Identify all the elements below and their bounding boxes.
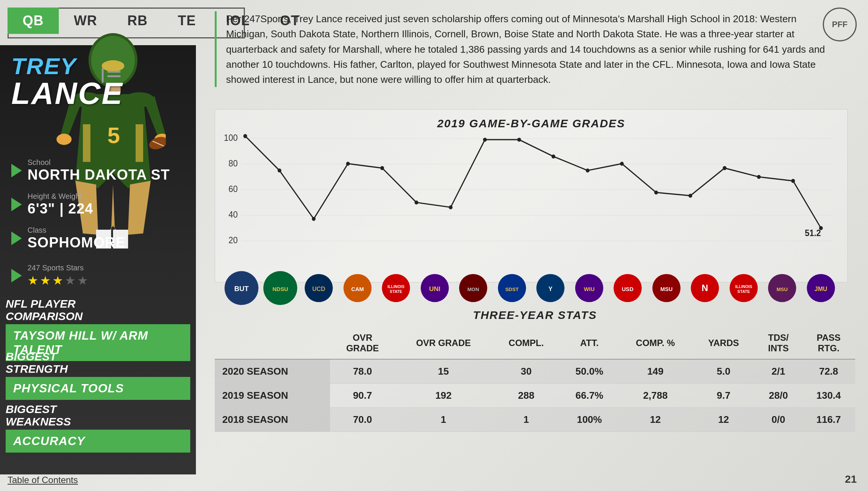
ypa-2018: 12 — [692, 408, 755, 432]
star-2: ★ — [40, 273, 51, 288]
height-value: 6'3" | 224 — [28, 201, 93, 217]
weakness-value: ACCURACY — [13, 434, 183, 448]
team-logo-usd: USD — [611, 271, 645, 305]
stars-label: 247 Sports Stars — [28, 264, 88, 272]
svg-point-34 — [517, 138, 521, 142]
svg-text:Y: Y — [549, 286, 553, 292]
svg-point-40 — [723, 166, 726, 170]
svg-point-41 — [757, 175, 761, 179]
star-5: ★ — [77, 273, 88, 288]
svg-point-28 — [312, 217, 316, 221]
compl-2020: 15 — [395, 359, 492, 384]
ypa-2019: 9.7 — [692, 384, 755, 408]
team-logo-ucd: UCD — [302, 271, 336, 305]
bio-text: Per 247Sports, Trey Lance received just … — [215, 11, 848, 87]
svg-point-36 — [586, 168, 590, 172]
comppct-2020: 50.0% — [561, 359, 618, 384]
table-row: 2020 SEASON 78.0 15 30 50.0% 149 5.0 2/1… — [215, 359, 855, 384]
strength-section: BIGGEST STRENGTH PHYSICAL TOOLS — [0, 350, 196, 407]
svg-text:100: 100 — [224, 134, 238, 143]
table-of-contents-link[interactable]: Table of Contents — [8, 475, 78, 485]
header-comp-pct: ATT. — [561, 327, 618, 359]
att-2020: 30 — [492, 359, 561, 384]
chart-line — [245, 136, 821, 228]
tds-2019: 28/0 — [755, 384, 802, 408]
svg-text:MSU: MSU — [776, 287, 788, 292]
svg-text:MON: MON — [468, 287, 479, 292]
svg-text:5: 5 — [107, 123, 120, 148]
svg-text:UCD: UCD — [312, 286, 326, 292]
team-logo-neb: N — [688, 271, 722, 305]
page-number: 21 — [845, 473, 857, 485]
bio-paragraph: Per 247Sports, Trey Lance received just … — [215, 11, 836, 87]
passrtg-2018: 116.7 — [802, 408, 855, 432]
svg-text:UNI: UNI — [429, 285, 440, 293]
header-compl: OVR GRADE — [395, 327, 492, 359]
svg-point-29 — [346, 162, 350, 166]
tds-2020: 2/1 — [755, 359, 802, 384]
team-logos-row: BUT NDSU UCD CAM ILLINOISSTATE UNI MON S… — [215, 271, 848, 305]
team-logo-uni: UNI — [418, 271, 452, 305]
class-value: SOPHOMORE — [28, 235, 125, 251]
header-pass-rtg: PASSRTG. — [802, 327, 855, 359]
chart-container: 2019 GAME-BY-GAME GRADES 100 80 60 40 20 — [215, 109, 848, 282]
team-logo-mst: MSU — [649, 271, 683, 305]
stat-class: Class SOPHOMORE — [11, 226, 125, 251]
team-logo-ndsu: NDSU — [263, 271, 297, 305]
school-arrow-icon — [11, 164, 22, 177]
star-1: ★ — [28, 273, 38, 288]
star-3: ★ — [52, 273, 63, 288]
svg-point-31 — [414, 200, 418, 204]
footer: Table of Contents — [8, 475, 78, 485]
school-label: School — [28, 158, 170, 167]
team-logo-msu: MSU — [765, 271, 799, 305]
header-tds: TDS/INTS — [755, 327, 802, 359]
compl-2018: 1 — [395, 408, 492, 432]
svg-text:ILLINOIS: ILLINOIS — [388, 284, 405, 289]
team-logo-montana: MON — [456, 271, 490, 305]
svg-text:51.2: 51.2 — [805, 228, 821, 238]
star-4: ★ — [65, 273, 76, 288]
team-logo-ilstate: ILLINOISSTATE — [379, 271, 413, 305]
svg-text:STATE: STATE — [390, 289, 402, 294]
svg-point-10 — [57, 134, 72, 145]
stats-table: OVRGRADE OVR GRADE COMPL. ATT. COMP. % Y… — [215, 327, 855, 432]
stat-school: School NORTH DAKOTA ST — [11, 158, 170, 183]
team-logo-yale: Y — [533, 271, 567, 305]
team-logo-wiu: WIU — [572, 271, 606, 305]
svg-text:BUT: BUT — [234, 285, 249, 293]
tds-2018: 0/0 — [755, 408, 802, 432]
svg-text:NDSU: NDSU — [272, 286, 288, 292]
nfl-comparison-label: NFL PLAYER COMPARISON — [6, 297, 190, 322]
table-row: 2019 SEASON 90.7 192 288 66.7% 2,788 9.7… — [215, 384, 855, 408]
ypa-2020: 5.0 — [692, 359, 755, 384]
chart-svg: 100 80 60 40 20 — [223, 134, 840, 262]
att-2019: 288 — [492, 384, 561, 408]
svg-text:USD: USD — [622, 286, 634, 292]
stats-header-row: OVRGRADE OVR GRADE COMPL. ATT. COMP. % Y… — [215, 327, 855, 359]
header-ovr: OVRGRADE — [330, 327, 395, 359]
svg-point-27 — [278, 168, 281, 172]
stats-section: THREE-YEAR STATS OVRGRADE OVR GRADE COMP… — [215, 309, 855, 432]
svg-text:40: 40 — [229, 209, 238, 220]
strength-box: PHYSICAL TOOLS — [6, 377, 190, 400]
player-name-area: TREY LANCE — [11, 53, 123, 107]
stat-height-weight: Height & Weight 6'3" | 224 — [11, 192, 93, 217]
season-2018: 2018 SEASON — [215, 408, 330, 432]
svg-text:JMU: JMU — [815, 286, 827, 292]
comppct-2019: 66.7% — [561, 384, 618, 408]
stars-display: ★ ★ ★ ★ ★ — [28, 273, 88, 288]
header-att: COMPL. — [492, 327, 561, 359]
svg-text:N: N — [702, 283, 708, 293]
height-label: Height & Weight — [28, 192, 93, 201]
svg-text:80: 80 — [229, 158, 238, 168]
svg-text:ILLINOIS: ILLINOIS — [735, 284, 752, 289]
weakness-box: ACCURACY — [6, 430, 190, 453]
stat-stars: 247 Sports Stars ★ ★ ★ ★ ★ — [11, 264, 88, 288]
svg-point-38 — [654, 191, 658, 195]
team-logo-campbell: CAM — [341, 271, 374, 305]
svg-point-30 — [380, 166, 384, 170]
weakness-section: BIGGEST WEAKNESS ACCURACY — [0, 403, 196, 460]
weakness-label: BIGGEST WEAKNESS — [6, 403, 190, 428]
passrtg-2019: 130.4 — [802, 384, 855, 408]
